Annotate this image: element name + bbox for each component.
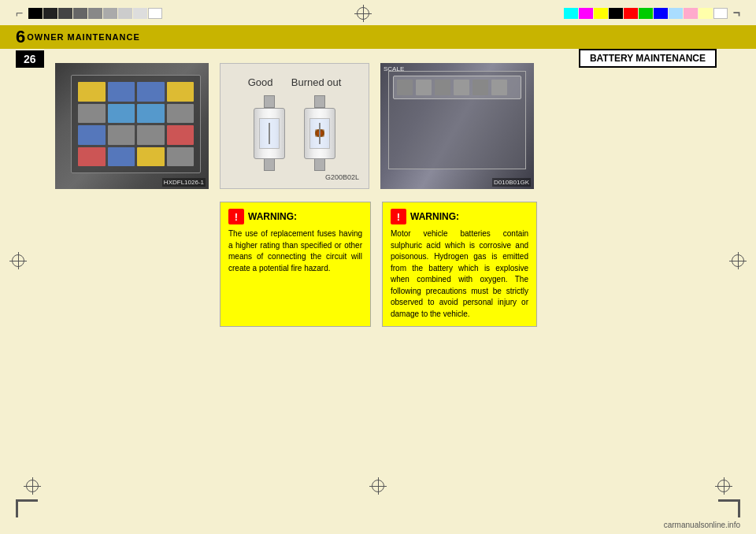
- cs-red: [624, 8, 638, 19]
- cs-white: [713, 8, 728, 19]
- corner-mark-tr: ¬: [733, 6, 740, 20]
- fuse-body-burned: [304, 108, 335, 159]
- gs-swatch-9: [148, 8, 162, 19]
- bottom-right-bracket: [718, 499, 740, 517]
- bottom-left-crosshair: [24, 477, 41, 495]
- warning-text-right: Motor vehicle batteries contain sulphuri…: [391, 228, 528, 320]
- fuse-image-caption: G200B02L: [227, 173, 362, 181]
- warning-icon-right: !: [391, 209, 406, 224]
- cs-lightyellow: [699, 8, 713, 19]
- left-crosshair: [9, 252, 27, 269]
- burned-label: Burned out: [291, 76, 342, 88]
- warnings-row: ! WARNING: The use of replacement fuses …: [0, 192, 756, 327]
- battery-image: SCALE D010B01GK: [380, 63, 534, 189]
- engine-image: HXDFL1026-1: [55, 63, 209, 189]
- fuse-bottom-pin-good: [264, 158, 275, 171]
- battery-caption: D010B01GK: [492, 178, 531, 187]
- cs-yellow: [594, 8, 608, 19]
- right-crosshair: [729, 252, 747, 269]
- grayscale-strip: ⌐: [16, 6, 162, 20]
- cs-cyan: [564, 8, 578, 19]
- cs-magenta: [579, 8, 593, 19]
- bottom-area: carmanualsonline.info: [0, 477, 756, 534]
- bottom-right-crosshair: [715, 477, 732, 495]
- color-strip: ¬: [564, 6, 740, 20]
- engine-caption: HXDFL1026-1: [162, 178, 206, 187]
- footer-site: carmanualsonline.info: [0, 521, 756, 534]
- corner-mark-tl: ⌐: [16, 6, 23, 20]
- bottom-left-bracket: [16, 499, 38, 517]
- cs-pink: [684, 8, 698, 19]
- gs-swatch-8: [133, 8, 147, 19]
- top-strip-row: ⌐ ¬: [0, 5, 756, 22]
- warning-title-right: WARNING:: [410, 211, 459, 222]
- fuse-good: [254, 95, 285, 171]
- good-label: Good: [248, 76, 273, 88]
- header-bar: 6 OWNER MAINTENANCE: [0, 25, 756, 49]
- chapter-number: 6: [16, 27, 25, 47]
- cs-black: [609, 8, 623, 19]
- battery-title-box: BATTERY MAINTENANCE: [579, 49, 717, 68]
- fuse-bottom-pin-burned: [314, 158, 325, 171]
- warning-box-left: ! WARNING: The use of replacement fuses …: [220, 202, 371, 327]
- gs-swatch-3: [58, 8, 72, 19]
- fuse-body-good: [254, 108, 285, 159]
- warning-spacer: [55, 202, 209, 327]
- cs-green: [639, 8, 653, 19]
- bottom-center-crosshair: [369, 477, 387, 495]
- bottom-crosshairs-row: [0, 477, 756, 495]
- gs-swatch-2: [43, 8, 57, 19]
- scale-label: SCALE: [384, 65, 404, 72]
- warning-header-right: ! WARNING:: [391, 209, 528, 224]
- gs-swatch-1: [28, 8, 43, 19]
- warning-title-left: WARNING:: [248, 211, 297, 222]
- fuse-top-pin-burned: [314, 95, 325, 108]
- corner-brackets-row: [0, 499, 756, 517]
- page-number-badge: 26: [16, 50, 44, 68]
- gs-swatch-5: [88, 8, 102, 19]
- cs-lightblue: [669, 8, 683, 19]
- gs-swatch-6: [103, 8, 117, 19]
- gs-swatch-4: [73, 8, 87, 19]
- fuse-labels-row: Good Burned out: [227, 72, 362, 93]
- warning-icon-left: !: [228, 209, 244, 224]
- main-content: HXDFL1026-1 Good Burned out: [0, 55, 756, 189]
- warning-text-left: The use of replacement fuses having a hi…: [228, 228, 362, 274]
- warning-header-left: ! WARNING:: [228, 209, 362, 224]
- fuse-comparison-image: Good Burned out: [220, 63, 369, 189]
- fuse-drawings-row: [254, 95, 335, 171]
- fuse-top-pin-good: [264, 95, 275, 108]
- cs-blue: [654, 8, 668, 19]
- warning-box-right: ! WARNING: Motor vehicle batteries conta…: [382, 202, 537, 327]
- fuse-burned: [304, 95, 335, 171]
- gs-swatch-7: [118, 8, 132, 19]
- chapter-title: OWNER MAINTENANCE: [27, 32, 140, 42]
- center-crosshair: [354, 5, 372, 22]
- top-area: ⌐ ¬: [0, 0, 756, 25]
